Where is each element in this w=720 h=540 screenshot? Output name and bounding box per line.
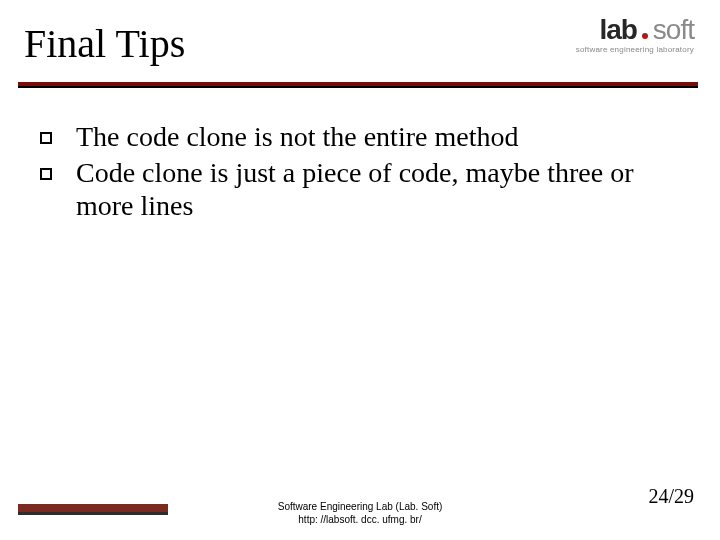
content-area: The code clone is not the entire method …	[40, 120, 680, 225]
square-bullet-icon	[40, 168, 52, 180]
footer-bar-shadow	[18, 512, 168, 515]
divider-black	[18, 86, 698, 88]
page-number: 24/29	[648, 485, 694, 508]
list-item: Code clone is just a piece of code, mayb…	[40, 156, 680, 223]
list-item: The code clone is not the entire method	[40, 120, 680, 154]
logo-text-soft: soft	[653, 16, 694, 44]
square-bullet-icon	[40, 132, 52, 144]
slide-title: Final Tips	[24, 20, 185, 67]
logo-subtitle: software engineering laboratory	[576, 46, 694, 54]
footer: Software Engineering Lab (Lab. Soft) htt…	[0, 501, 720, 526]
logo-dot-icon	[642, 33, 648, 39]
footer-bar-main	[18, 504, 168, 512]
list-item-text: The code clone is not the entire method	[76, 120, 518, 154]
logo-text-lab: lab	[599, 16, 636, 44]
logo: lab soft software engineering laboratory	[576, 16, 694, 54]
logo-main: lab soft	[576, 16, 694, 44]
footer-accent-bar	[18, 504, 168, 516]
list-item-text: Code clone is just a piece of code, mayb…	[76, 156, 680, 223]
slide: Final Tips lab soft software engineering…	[0, 0, 720, 540]
